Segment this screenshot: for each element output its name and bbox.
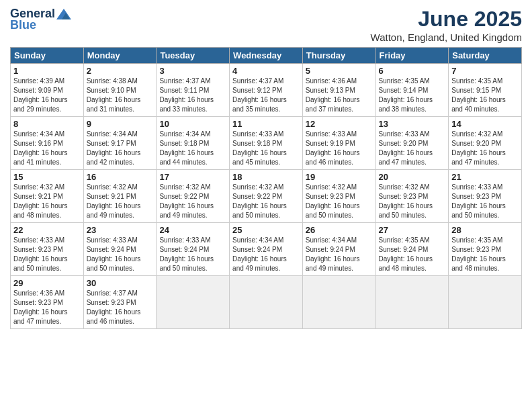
day-info: Sunrise: 4:33 AM Sunset: 9:18 PM Dayligh… [232, 130, 300, 167]
table-row: 13 Sunrise: 4:33 AM Sunset: 9:20 PM Dayl… [375, 117, 449, 170]
day-info: Sunrise: 4:36 AM Sunset: 9:23 PM Dayligh… [13, 289, 81, 326]
day-number: 28 [451, 225, 519, 235]
day-info: Sunrise: 4:34 AM Sunset: 9:17 PM Dayligh… [87, 130, 154, 167]
header: General Blue June 2025 Watton, England, … [10, 7, 522, 43]
day-number: 20 [379, 172, 446, 182]
table-row: 21 Sunrise: 4:33 AM Sunset: 9:23 PM Dayl… [449, 170, 522, 223]
day-info: Sunrise: 4:32 AM Sunset: 9:23 PM Dayligh… [306, 183, 373, 220]
table-row: 16 Sunrise: 4:32 AM Sunset: 9:21 PM Dayl… [83, 170, 157, 223]
day-info: Sunrise: 4:34 AM Sunset: 9:18 PM Dayligh… [159, 130, 226, 167]
table-row: 24 Sunrise: 4:33 AM Sunset: 9:24 PM Dayl… [157, 223, 230, 276]
day-number: 12 [306, 119, 373, 129]
table-row: 17 Sunrise: 4:32 AM Sunset: 9:22 PM Dayl… [157, 170, 230, 223]
day-number: 17 [159, 172, 226, 182]
day-number: 21 [451, 172, 519, 182]
day-info: Sunrise: 4:33 AM Sunset: 9:24 PM Dayligh… [159, 236, 226, 273]
logo-blue: Blue [10, 18, 36, 32]
table-row: 4 Sunrise: 4:37 AM Sunset: 9:12 PM Dayli… [230, 64, 303, 117]
col-saturday: Saturday [449, 48, 522, 64]
table-row [449, 276, 522, 329]
calendar-table: Sunday Monday Tuesday Wednesday Thursday… [10, 47, 522, 329]
col-wednesday: Wednesday [230, 48, 303, 64]
day-info: Sunrise: 4:33 AM Sunset: 9:23 PM Dayligh… [13, 236, 81, 273]
table-row [302, 276, 375, 329]
day-number: 16 [87, 172, 154, 182]
table-row: 22 Sunrise: 4:33 AM Sunset: 9:23 PM Dayl… [11, 223, 84, 276]
location-title: Watton, England, United Kingdom [371, 32, 522, 43]
day-info: Sunrise: 4:34 AM Sunset: 9:24 PM Dayligh… [232, 236, 300, 273]
day-info: Sunrise: 4:32 AM Sunset: 9:22 PM Dayligh… [232, 183, 300, 220]
table-row [157, 276, 230, 329]
table-row: 26 Sunrise: 4:34 AM Sunset: 9:24 PM Dayl… [302, 223, 375, 276]
table-row: 3 Sunrise: 4:37 AM Sunset: 9:11 PM Dayli… [157, 64, 230, 117]
table-row: 28 Sunrise: 4:35 AM Sunset: 9:23 PM Dayl… [449, 223, 522, 276]
day-info: Sunrise: 4:33 AM Sunset: 9:23 PM Dayligh… [451, 183, 519, 220]
day-number: 5 [306, 66, 373, 76]
table-row: 19 Sunrise: 4:32 AM Sunset: 9:23 PM Dayl… [302, 170, 375, 223]
table-row: 20 Sunrise: 4:32 AM Sunset: 9:23 PM Dayl… [375, 170, 449, 223]
day-number: 23 [87, 225, 154, 235]
table-row: 6 Sunrise: 4:35 AM Sunset: 9:14 PM Dayli… [375, 64, 449, 117]
day-number: 4 [232, 66, 300, 76]
table-row: 30 Sunrise: 4:37 AM Sunset: 9:23 PM Dayl… [83, 276, 157, 329]
table-row: 8 Sunrise: 4:34 AM Sunset: 9:16 PM Dayli… [11, 117, 84, 170]
col-tuesday: Tuesday [157, 48, 230, 64]
table-row: 5 Sunrise: 4:36 AM Sunset: 9:13 PM Dayli… [302, 64, 375, 117]
col-sunday: Sunday [11, 48, 84, 64]
day-info: Sunrise: 4:32 AM Sunset: 9:23 PM Dayligh… [379, 183, 446, 220]
day-number: 30 [87, 278, 154, 288]
table-row: 23 Sunrise: 4:33 AM Sunset: 9:24 PM Dayl… [83, 223, 157, 276]
table-row: 11 Sunrise: 4:33 AM Sunset: 9:18 PM Dayl… [230, 117, 303, 170]
calendar-header-row: Sunday Monday Tuesday Wednesday Thursday… [11, 48, 522, 64]
table-row: 10 Sunrise: 4:34 AM Sunset: 9:18 PM Dayl… [157, 117, 230, 170]
day-info: Sunrise: 4:37 AM Sunset: 9:23 PM Dayligh… [87, 289, 154, 326]
day-number: 22 [13, 225, 81, 235]
day-number: 15 [13, 172, 81, 182]
day-info: Sunrise: 4:32 AM Sunset: 9:20 PM Dayligh… [451, 130, 519, 167]
table-row [230, 276, 303, 329]
table-row: 2 Sunrise: 4:38 AM Sunset: 9:10 PM Dayli… [83, 64, 157, 117]
day-number: 1 [13, 66, 81, 76]
day-info: Sunrise: 4:33 AM Sunset: 9:24 PM Dayligh… [87, 236, 154, 273]
day-info: Sunrise: 4:36 AM Sunset: 9:13 PM Dayligh… [306, 77, 373, 114]
day-info: Sunrise: 4:32 AM Sunset: 9:22 PM Dayligh… [159, 183, 226, 220]
table-row: 14 Sunrise: 4:32 AM Sunset: 9:20 PM Dayl… [449, 117, 522, 170]
table-row: 15 Sunrise: 4:32 AM Sunset: 9:21 PM Dayl… [11, 170, 84, 223]
table-row: 27 Sunrise: 4:35 AM Sunset: 9:24 PM Dayl… [375, 223, 449, 276]
day-number: 24 [159, 225, 226, 235]
day-info: Sunrise: 4:39 AM Sunset: 9:09 PM Dayligh… [13, 77, 81, 114]
day-info: Sunrise: 4:34 AM Sunset: 9:16 PM Dayligh… [13, 130, 81, 167]
day-number: 14 [451, 119, 519, 129]
day-number: 8 [13, 119, 81, 129]
col-monday: Monday [83, 48, 157, 64]
table-row: 7 Sunrise: 4:35 AM Sunset: 9:15 PM Dayli… [449, 64, 522, 117]
day-number: 2 [87, 66, 154, 76]
day-number: 6 [379, 66, 446, 76]
day-info: Sunrise: 4:33 AM Sunset: 9:20 PM Dayligh… [379, 130, 446, 167]
day-info: Sunrise: 4:32 AM Sunset: 9:21 PM Dayligh… [87, 183, 154, 220]
day-number: 7 [451, 66, 519, 76]
day-number: 11 [232, 119, 300, 129]
table-row: 29 Sunrise: 4:36 AM Sunset: 9:23 PM Dayl… [11, 276, 84, 329]
day-info: Sunrise: 4:38 AM Sunset: 9:10 PM Dayligh… [87, 77, 154, 114]
day-info: Sunrise: 4:33 AM Sunset: 9:19 PM Dayligh… [306, 130, 373, 167]
table-row: 12 Sunrise: 4:33 AM Sunset: 9:19 PM Dayl… [302, 117, 375, 170]
table-row: 9 Sunrise: 4:34 AM Sunset: 9:17 PM Dayli… [83, 117, 157, 170]
title-block: June 2025 Watton, England, United Kingdo… [371, 7, 522, 43]
day-info: Sunrise: 4:37 AM Sunset: 9:12 PM Dayligh… [232, 77, 300, 114]
day-number: 26 [306, 225, 373, 235]
table-row: 1 Sunrise: 4:39 AM Sunset: 9:09 PM Dayli… [11, 64, 84, 117]
day-info: Sunrise: 4:35 AM Sunset: 9:24 PM Dayligh… [379, 236, 446, 273]
day-info: Sunrise: 4:34 AM Sunset: 9:24 PM Dayligh… [306, 236, 373, 273]
main-container: General Blue June 2025 Watton, England, … [0, 0, 532, 336]
day-info: Sunrise: 4:37 AM Sunset: 9:11 PM Dayligh… [159, 77, 226, 114]
day-info: Sunrise: 4:35 AM Sunset: 9:14 PM Dayligh… [379, 77, 446, 114]
table-row: 25 Sunrise: 4:34 AM Sunset: 9:24 PM Dayl… [230, 223, 303, 276]
table-row: 18 Sunrise: 4:32 AM Sunset: 9:22 PM Dayl… [230, 170, 303, 223]
col-thursday: Thursday [302, 48, 375, 64]
day-number: 25 [232, 225, 300, 235]
day-info: Sunrise: 4:35 AM Sunset: 9:23 PM Dayligh… [451, 236, 519, 273]
day-number: 3 [159, 66, 226, 76]
day-info: Sunrise: 4:35 AM Sunset: 9:15 PM Dayligh… [451, 77, 519, 114]
day-number: 18 [232, 172, 300, 182]
